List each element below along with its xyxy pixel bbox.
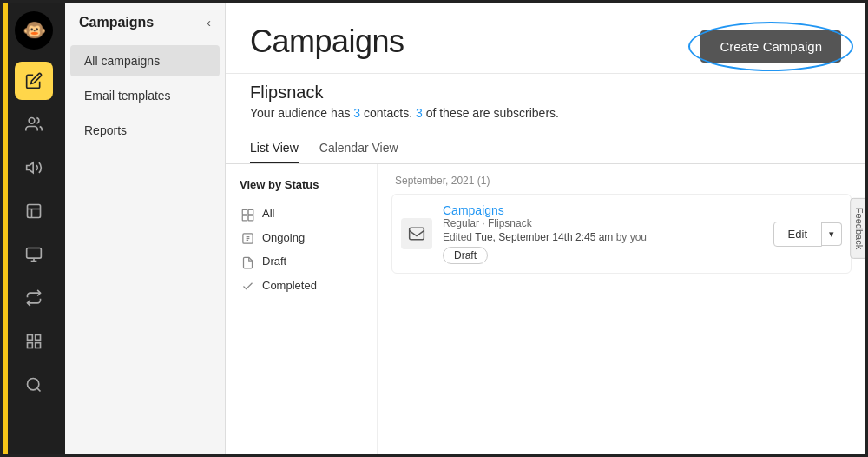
campaign-edit-info: Edited Tue, September 14th 2:45 am by yo… xyxy=(443,231,763,243)
svg-marker-1 xyxy=(27,162,34,173)
svg-rect-8 xyxy=(36,343,41,348)
app-screen: 🐵 Campaigns ‹ A xyxy=(0,0,868,457)
left-panel-title: Campaigns xyxy=(79,15,154,30)
left-panel: Campaigns ‹ All campaigns Email template… xyxy=(65,3,226,454)
nav-icon-search[interactable] xyxy=(15,366,53,404)
audience-name: Flipsnack xyxy=(250,83,841,103)
campaign-meta: Regular · Flipsnack xyxy=(443,217,763,229)
audience-desc-prefix: Your audience has xyxy=(250,106,353,120)
icon-sidebar: 🐵 xyxy=(3,3,65,454)
svg-line-11 xyxy=(37,388,41,392)
sidebar-item-all-campaigns[interactable]: All campaigns xyxy=(70,45,220,76)
nav-icon-automations[interactable] xyxy=(15,149,53,187)
content-area: View by Status All Ongoing xyxy=(226,164,865,454)
tab-list-view[interactable]: List View xyxy=(250,141,299,163)
edit-dropdown-chevron[interactable]: ▾ xyxy=(822,222,842,246)
svg-rect-3 xyxy=(27,248,42,259)
all-status-icon xyxy=(240,206,255,222)
campaign-info: Campaigns Regular · Flipsnack Edited Tue… xyxy=(443,203,763,264)
tabs-bar: List View Calendar View xyxy=(226,129,865,164)
audience-contacts-count: 3 xyxy=(353,106,360,120)
nav-icon-integrations[interactable] xyxy=(15,279,53,317)
feedback-tab[interactable]: Feedback xyxy=(850,198,865,259)
status-filter-all[interactable]: All xyxy=(240,202,363,226)
edit-button[interactable]: Edit xyxy=(773,222,822,247)
audience-subscribers-count: 3 xyxy=(416,106,423,120)
nav-icon-campaigns[interactable] xyxy=(15,62,53,100)
audience-desc-middle: contacts. xyxy=(360,106,416,120)
main-content: Campaigns Create Campaign Flipsnack Your… xyxy=(226,3,865,454)
nav-icon-analytics[interactable] xyxy=(15,322,53,361)
edit-suffix: by you xyxy=(613,231,647,243)
create-campaign-button[interactable]: Create Campaign xyxy=(700,30,841,63)
status-filter-ongoing[interactable]: Ongoing xyxy=(240,226,363,250)
svg-rect-9 xyxy=(28,343,33,348)
edit-prefix: Edited xyxy=(443,231,475,243)
draft-status-icon xyxy=(240,254,255,269)
nav-icon-templates[interactable] xyxy=(15,192,53,230)
nav-icon-audience[interactable] xyxy=(15,105,53,143)
svg-rect-14 xyxy=(242,215,247,221)
svg-rect-15 xyxy=(248,215,253,221)
sidebar-item-reports[interactable]: Reports xyxy=(70,115,220,146)
svg-rect-2 xyxy=(28,205,41,218)
audience-section: Flipsnack Your audience has 3 contacts. … xyxy=(226,74,865,120)
mailchimp-logo-icon: 🐵 xyxy=(23,21,46,40)
main-header: Campaigns Create Campaign xyxy=(226,3,865,74)
create-campaign-btn-wrap: Create Campaign xyxy=(700,30,841,63)
nav-icon-content[interactable] xyxy=(15,235,53,274)
left-panel-header: Campaigns ‹ xyxy=(65,3,225,43)
status-sidebar: View by Status All Ongoing xyxy=(226,164,378,454)
table-row: Campaigns Regular · Flipsnack Edited Tue… xyxy=(391,194,852,274)
tab-calendar-view[interactable]: Calendar View xyxy=(319,141,398,163)
ongoing-status-icon xyxy=(240,230,255,246)
edit-date: Tue, September 14th 2:45 am xyxy=(475,231,613,243)
edit-btn-group: Edit ▾ xyxy=(773,222,842,247)
campaign-name[interactable]: Campaigns xyxy=(443,203,763,217)
app-logo: 🐵 xyxy=(15,11,53,50)
status-badge: Draft xyxy=(443,247,488,264)
completed-status-icon xyxy=(240,278,255,294)
svg-rect-6 xyxy=(28,335,33,341)
audience-desc-suffix: of these are subscribers. xyxy=(423,106,559,120)
campaign-list: September, 2021 (1) Campaigns Regular · … xyxy=(378,164,865,454)
status-filter-draft[interactable]: Draft xyxy=(240,249,363,274)
svg-rect-12 xyxy=(242,209,247,215)
audience-description: Your audience has 3 contacts. 3 of these… xyxy=(250,106,841,120)
svg-rect-7 xyxy=(36,335,41,341)
status-filter-completed[interactable]: Completed xyxy=(240,274,363,298)
svg-rect-20 xyxy=(410,228,424,239)
svg-point-10 xyxy=(28,379,39,390)
campaign-icon xyxy=(401,218,432,249)
month-group-label: September, 2021 (1) xyxy=(391,175,852,187)
page-title: Campaigns xyxy=(250,23,404,60)
svg-point-0 xyxy=(29,118,35,124)
status-filter-title: View by Status xyxy=(240,178,363,191)
collapse-icon[interactable]: ‹ xyxy=(207,16,211,30)
sidebar-item-email-templates[interactable]: Email templates xyxy=(70,80,220,111)
svg-rect-13 xyxy=(248,209,253,215)
